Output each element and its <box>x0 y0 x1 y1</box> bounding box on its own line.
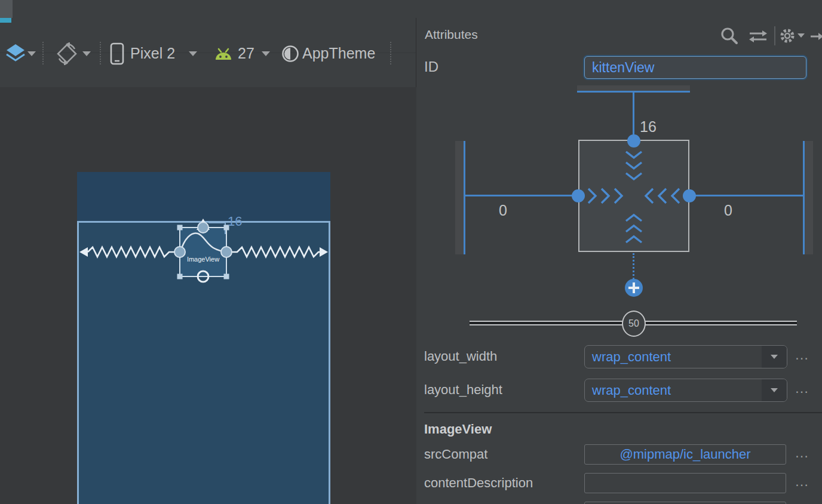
top-margin-value[interactable]: 16 <box>640 118 657 136</box>
srccompat-value: @mipmap/ic_launcher <box>619 447 750 462</box>
gear-icon[interactable] <box>778 27 796 45</box>
chevron-down-icon[interactable] <box>798 33 805 38</box>
layout-height-more-button[interactable]: … <box>795 380 809 397</box>
top-connection-line <box>633 93 634 140</box>
id-input[interactable] <box>584 56 806 79</box>
plus-circle-icon[interactable] <box>625 279 643 297</box>
right-margin-value[interactable]: 0 <box>724 202 732 219</box>
parent-left-edge <box>455 141 464 254</box>
down-chevrons-icon <box>625 150 643 184</box>
design-toolbar: Pixel 2 27 AppTheme <box>0 18 416 53</box>
chevron-down-icon[interactable] <box>762 379 787 401</box>
up-chevrons-icon <box>625 213 643 246</box>
layout-width-more-button[interactable]: … <box>795 346 809 363</box>
top-anchor-dot[interactable] <box>627 134 640 147</box>
layout-width-dropdown[interactable]: wrap_content <box>584 345 787 368</box>
parent-left-line <box>464 141 465 254</box>
constraint-inspector: 16 0 0 <box>416 84 822 311</box>
right-arrow-icon[interactable] <box>809 30 822 43</box>
layout-width-label: layout_width <box>424 349 497 364</box>
separator <box>774 26 775 45</box>
parent-right-edge <box>805 141 813 254</box>
device-screen <box>77 172 330 504</box>
bias-value: 50 <box>628 318 639 329</box>
section-divider <box>424 412 822 413</box>
layout-width-value: wrap_content <box>592 349 671 365</box>
left-connection-line <box>465 195 578 196</box>
bottom-dotted-line <box>633 253 634 279</box>
contentdescription-more-button[interactable]: … <box>795 473 809 490</box>
right-chevrons-icon <box>587 188 624 204</box>
bias-slider-thumb[interactable]: 50 <box>622 311 646 337</box>
attributes-panel: Attributes ID 16 <box>416 18 822 504</box>
next-field-partial[interactable] <box>584 502 786 504</box>
layout-height-value: wrap_content <box>592 383 671 398</box>
left-margin-value[interactable]: 0 <box>499 202 507 219</box>
search-icon[interactable] <box>720 26 739 45</box>
id-label: ID <box>424 59 438 75</box>
srccompat-field[interactable]: @mipmap/ic_launcher <box>584 444 786 465</box>
section-header: ImageView <box>424 422 492 437</box>
contentdescription-field[interactable] <box>584 473 786 493</box>
app-bar-area <box>77 172 330 221</box>
layout-editor-toolbar: 8 39% <box>0 53 416 87</box>
layout-height-label: layout_height <box>424 382 502 398</box>
srccompat-more-button[interactable]: … <box>795 444 809 461</box>
srccompat-label: srcCompat <box>424 447 487 462</box>
contentdescription-label: contentDescription <box>424 475 533 491</box>
layout-height-dropdown[interactable]: wrap_content <box>584 379 787 402</box>
widget-label: ImageView <box>180 256 226 263</box>
left-anchor-dot[interactable] <box>572 189 585 202</box>
right-anchor-dot[interactable] <box>683 189 696 202</box>
root-layout[interactable] <box>77 221 330 504</box>
design-canvas[interactable]: ImageView 16 <box>0 87 416 504</box>
panel-title: Attributes <box>425 27 478 42</box>
left-chevrons-icon <box>643 188 680 204</box>
top-margin-label: 16 <box>228 214 242 229</box>
swap-arrows-icon[interactable] <box>747 29 769 44</box>
right-connection-line <box>689 195 803 196</box>
palette-tab-edge <box>0 0 13 18</box>
chevron-down-icon[interactable] <box>762 346 787 368</box>
